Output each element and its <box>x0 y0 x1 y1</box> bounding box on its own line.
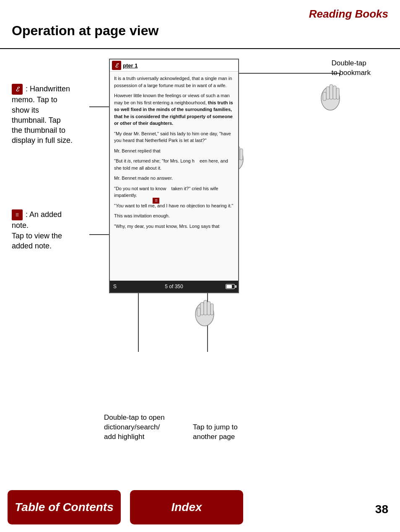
svg-point-26 <box>195 302 214 326</box>
page-title: Operation at page view <box>12 23 158 39</box>
svg-rect-29 <box>207 302 210 315</box>
battery-icon <box>226 284 235 289</box>
page-number: 38 <box>375 503 388 516</box>
svg-point-7 <box>321 87 340 110</box>
svg-rect-8 <box>326 87 330 99</box>
svg-rect-18 <box>240 149 243 160</box>
index-button[interactable]: Index <box>130 490 243 524</box>
svg-rect-31 <box>197 308 200 316</box>
svg-rect-12 <box>323 92 326 101</box>
device-bottom-bar: S 5 of 350 <box>110 281 238 292</box>
svg-rect-10 <box>333 86 336 99</box>
header-title: Reading Books <box>309 8 388 20</box>
device-memo-icon: ℰ <box>112 61 121 70</box>
device-bottom-page: 5 of 350 <box>165 284 183 289</box>
index-label: Index <box>171 501 202 514</box>
device-content: It is a truth universally acknowledged, … <box>110 72 238 236</box>
note-label: ☰ : An addednote.Tap to view theadded no… <box>12 209 89 251</box>
device-chapter: pter 1 <box>123 62 138 69</box>
dict-label: Double-tap to opendictionary/search/add … <box>104 413 165 442</box>
device: ℰ pter 1 It is a truth universally ackno… <box>109 59 239 293</box>
battery-fill <box>226 285 232 288</box>
header: Reading Books <box>309 8 388 21</box>
device-note-icon-small: ☰ <box>153 198 159 204</box>
svg-rect-9 <box>330 85 333 99</box>
table-of-contents-button[interactable]: Table of Contents <box>8 490 121 524</box>
top-divider <box>0 48 400 49</box>
bookmark-label-text: Double-tapto bookmark <box>331 59 371 77</box>
svg-rect-11 <box>336 88 339 99</box>
toc-label: Table of Contents <box>15 501 113 514</box>
device-top-bar: ℰ pter 1 <box>110 59 238 72</box>
bookmark-label: Double-tapto bookmark <box>331 59 371 78</box>
svg-rect-28 <box>204 300 207 315</box>
memo-label: ℰ : Handwrittenmemo. Tap toshow itsthumb… <box>12 84 89 146</box>
svg-rect-30 <box>210 304 213 315</box>
device-bottom-s: S <box>113 284 117 289</box>
svg-rect-27 <box>200 302 204 315</box>
note-icon: ☰ <box>12 209 23 220</box>
device-battery <box>226 284 235 289</box>
memo-icon: ℰ <box>12 84 23 95</box>
jump-label: Tap to jump toanother page <box>193 423 238 442</box>
